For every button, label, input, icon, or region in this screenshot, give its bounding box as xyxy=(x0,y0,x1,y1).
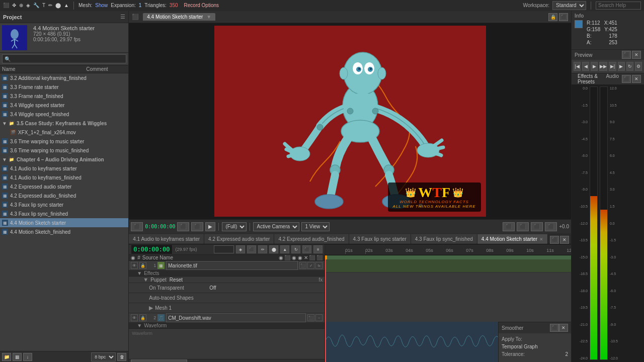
vt-view-select[interactable]: 1 View xyxy=(301,222,330,231)
vt-toggle[interactable]: ⬛ xyxy=(517,222,529,231)
record-options-btn[interactable]: Record Options xyxy=(184,3,219,8)
list-item[interactable]: ▦ 4.1 Audio to keyframes starter xyxy=(0,164,128,173)
project-search-input[interactable] xyxy=(2,54,126,63)
list-item[interactable]: ▦ 3.6 Time warping to music_finished xyxy=(0,146,128,155)
tl-ctrl-5[interactable]: ▲ xyxy=(280,245,289,253)
layer-1-name-input[interactable] xyxy=(166,261,298,270)
list-item[interactable]: ▦ 4.2 Expressed audio_finished xyxy=(0,191,128,200)
list-item[interactable]: ▦ 3.6 Time warping to music starter xyxy=(0,137,128,146)
effects-expand[interactable]: ▼ xyxy=(137,270,142,276)
tl-playhead-handle[interactable] xyxy=(325,255,327,259)
layer-sw-1[interactable]: ⬛ xyxy=(299,262,306,269)
prev-back[interactable]: ◀ xyxy=(582,62,589,71)
tl-ctrl-1[interactable]: ◈ xyxy=(236,245,245,253)
toolbar-icon-9[interactable]: ▲ xyxy=(64,3,69,8)
prev-fwd[interactable]: ▶▶ xyxy=(599,62,607,71)
tl-ctrl-2[interactable]: ⬛ xyxy=(247,245,256,253)
tl-tab-close[interactable]: ✕ xyxy=(539,237,543,242)
list-item[interactable]: ▦ 3.4 Wiggle speed_finished xyxy=(0,110,128,119)
layer-2-lock-btn[interactable]: 🔒 xyxy=(139,314,146,321)
tl-search-field[interactable] xyxy=(214,245,234,253)
tl-playhead[interactable] xyxy=(325,255,326,362)
list-item[interactable]: ▦ 4.3 Faux lip sync_finished xyxy=(0,209,128,218)
lock-btn[interactable]: 🔒 xyxy=(548,13,557,21)
expand-viewer-btn[interactable]: ⬛ xyxy=(559,13,568,21)
comp-tab-arrow[interactable]: ▼ xyxy=(206,14,211,20)
toolbar-icon-5[interactable]: 🔧 xyxy=(33,3,39,8)
list-item[interactable]: ▦ 4.4 Motion Sketch_finished xyxy=(0,227,128,236)
delete-btn[interactable]: 🗑 xyxy=(117,353,126,361)
prev-play[interactable]: ▶ xyxy=(591,62,598,71)
toolbar-icon-7[interactable]: ✏ xyxy=(48,3,52,8)
import-btn[interactable]: ↓ xyxy=(23,353,32,361)
tl-ctrl-4[interactable]: ⬤ xyxy=(269,245,278,253)
list-item[interactable]: ▦ 4.1 Audio to keyframes_finished xyxy=(0,173,128,182)
layer-lock-btn[interactable]: 🔒 xyxy=(139,262,146,269)
list-item[interactable]: ▦ 3.3 Frame rate starter xyxy=(0,82,128,92)
waveform-expand[interactable]: ▼ xyxy=(137,323,142,328)
vt-play[interactable]: ▶ xyxy=(205,222,215,231)
project-panel-options[interactable]: ☰ xyxy=(120,14,125,20)
list-item[interactable]: ▦ 4.3 Faux lip sync starter xyxy=(0,200,128,209)
tl-close-btn[interactable]: ✕ xyxy=(560,236,569,244)
workspace-select[interactable]: Standard xyxy=(552,1,586,10)
layer-2-sw-2[interactable]: ~ xyxy=(315,314,323,321)
preview-close[interactable]: ✕ xyxy=(632,51,641,59)
new-folder-btn[interactable]: 📁 xyxy=(2,353,11,361)
toolbar-icon-3[interactable]: ⊕ xyxy=(19,3,23,8)
search-help-input[interactable] xyxy=(596,2,641,10)
tl-ctrl-8[interactable]: ≡ xyxy=(313,245,323,253)
mesh-expand[interactable]: ▶ xyxy=(149,305,153,311)
tl-expand-btn[interactable]: ⬛ xyxy=(550,236,559,244)
ep-close[interactable]: ✕ xyxy=(632,75,641,83)
toolbar-icon-1[interactable]: ⬛ xyxy=(3,3,9,8)
vt-grid-btn[interactable]: ⬛ xyxy=(531,222,543,231)
tl-time-display[interactable]: 0:00:00:00 xyxy=(131,244,172,254)
smoother-close[interactable]: ✕ xyxy=(559,324,568,332)
toolbar-icon-6[interactable]: T xyxy=(42,3,45,8)
vt-grid[interactable]: ⬛ xyxy=(177,222,189,231)
timeline-tab-42f[interactable]: 4.2 Expressed audio_finished xyxy=(274,234,349,244)
tl-ctrl-6[interactable]: ↻ xyxy=(291,245,300,253)
layer-sw-2[interactable]: ✓ xyxy=(307,262,314,269)
new-comp-btn[interactable]: ▦ xyxy=(13,353,22,361)
ep-tab-effects[interactable]: Effects & Presets xyxy=(575,73,603,85)
prev-last[interactable]: ▶| xyxy=(609,62,616,71)
tl-ctrl-7[interactable]: ⬛ xyxy=(302,245,311,253)
list-item[interactable]: ▦ 3.2 Additional keyframing_finished xyxy=(0,73,128,82)
toolbar-icon-8[interactable]: ⬤ xyxy=(55,3,61,8)
toolbar-icon-2[interactable]: ✥ xyxy=(12,3,16,8)
timeline-tab-44-active[interactable]: 4.4 Motion Sketch starter ✕ xyxy=(477,234,548,244)
list-item[interactable]: 🎬 XFX_1+2_final_x264.mov xyxy=(0,128,128,137)
vt-zoom-out[interactable]: ⬛ xyxy=(131,222,143,231)
timeline-tab-42[interactable]: 4.2 Expressed audio starter xyxy=(204,234,274,244)
toolbar-icon-4[interactable]: ◈ xyxy=(26,3,30,8)
tl-bottom-btn-1[interactable]: Toggle Switches / Modes xyxy=(131,359,187,362)
layer-2-sw-1[interactable]: ⬛ xyxy=(307,314,314,321)
vt-camera-select[interactable]: Active Camera xyxy=(253,222,299,231)
puppet-expand[interactable]: ▼ xyxy=(143,277,148,283)
vt-fast-preview[interactable]: ⬛ xyxy=(503,222,515,231)
comp-tab-active[interactable]: 4.4 Motion Sketch starter ▼ xyxy=(143,13,215,21)
vt-safe-zones[interactable]: ⬛ xyxy=(545,222,557,231)
list-item[interactable]: ▦ 4.2 Expressed audio starter xyxy=(0,182,128,191)
preview-expand[interactable]: ⬛ xyxy=(622,51,631,59)
timeline-tab-43[interactable]: 4.3 Faux lip sync starter xyxy=(349,234,411,244)
group-header-35[interactable]: ▼ 📁 3.5 Case Study: Keyframes & Wiggles xyxy=(0,119,128,128)
bpc-select[interactable]: 8 bpc xyxy=(91,352,116,361)
smoother-expand[interactable]: ⬛ xyxy=(550,324,559,332)
group-header-ch4[interactable]: ▼ 📁 Chapter 4 – Audio Driving Animation xyxy=(0,155,128,164)
prev-ram[interactable]: ▶ xyxy=(618,62,625,71)
timeline-tab-43f[interactable]: 4.3 Faux lip sync_finished xyxy=(411,234,477,244)
prev-first[interactable]: |◀ xyxy=(574,62,581,71)
ep-tab-audio[interactable]: Audio xyxy=(603,73,622,85)
layer-eye-btn[interactable]: 👁 xyxy=(131,262,138,269)
timeline-tab-41[interactable]: 4.1 Audio to keyframes starter xyxy=(129,234,204,244)
list-item[interactable]: ▦ 3.4 Wiggle speed starter xyxy=(0,101,128,110)
prev-settings[interactable]: ⚙ xyxy=(635,62,642,71)
vt-zoom-select[interactable]: (Full) xyxy=(222,222,247,231)
prev-loop[interactable]: ↻ xyxy=(626,62,633,71)
list-item[interactable]: ▦ 3.3 Frame rate_finished xyxy=(0,92,128,101)
vt-time[interactable]: 0:00:00:00 xyxy=(145,224,175,229)
tl-ctrl-3[interactable]: ✏ xyxy=(258,245,267,253)
